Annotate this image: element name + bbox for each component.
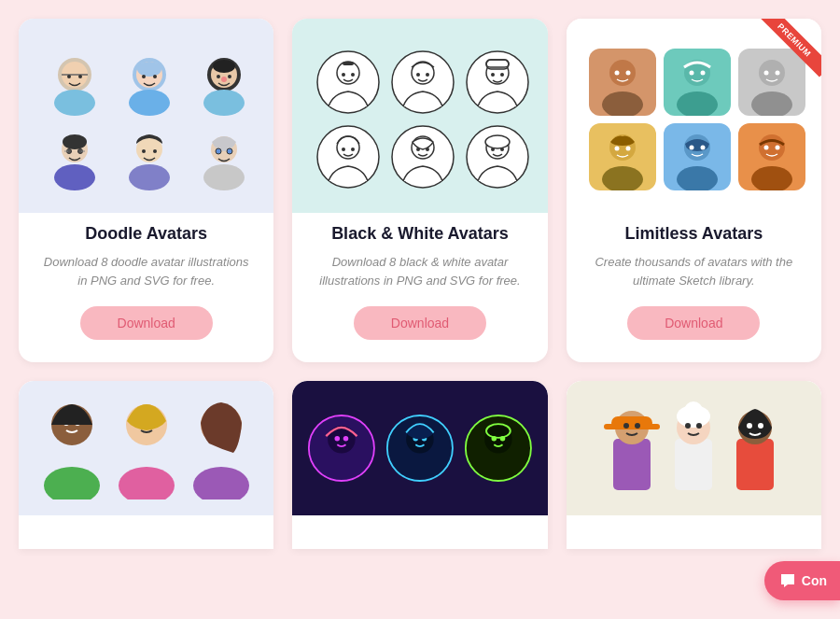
svg-point-17	[228, 75, 231, 78]
svg-point-113	[484, 426, 512, 454]
card-bottom-2-image	[292, 381, 547, 515]
svg-point-97	[119, 467, 175, 499]
bw-avatar-3	[464, 49, 531, 116]
svg-point-37	[342, 73, 345, 77]
svg-point-127	[685, 423, 691, 429]
svg-point-42	[426, 73, 429, 77]
card-doodle-download-button[interactable]: Download	[80, 306, 213, 340]
card-bw-download-button[interactable]: Download	[354, 306, 486, 340]
card-limitless-title: Limitless Avatars	[609, 224, 777, 244]
svg-point-61	[500, 148, 504, 151]
svg-point-46	[491, 73, 495, 77]
card-bottom-3	[567, 381, 821, 549]
svg-point-66	[625, 71, 630, 76]
svg-point-32	[216, 148, 221, 154]
svg-point-38	[351, 73, 355, 77]
svg-rect-117	[613, 439, 651, 490]
svg-point-19	[54, 164, 95, 190]
doodle-avatar-6	[190, 123, 258, 190]
card-bottom-1	[19, 381, 273, 549]
svg-point-60	[491, 148, 495, 151]
card-doodle-title: Doodle Avatars	[70, 224, 222, 244]
card-bw-desc: Download 8 black & white avatar illustra…	[292, 253, 547, 289]
bw-avatar-2	[389, 49, 456, 116]
chat-button[interactable]: Con	[764, 561, 840, 600]
card-limitless-desc: Create thousands of avatars with the ult…	[567, 253, 821, 289]
svg-point-10	[142, 75, 146, 78]
svg-point-55	[416, 148, 420, 151]
svg-point-90	[763, 146, 768, 150]
svg-point-51	[342, 148, 345, 151]
svg-point-101	[193, 467, 249, 499]
card-bottom-1-image	[19, 381, 273, 515]
svg-rect-120	[604, 424, 660, 429]
svg-point-121	[623, 423, 629, 429]
svg-point-5	[78, 75, 82, 78]
chat-icon	[779, 572, 796, 589]
bw-avatar-6	[464, 123, 531, 190]
bw-avatar-5	[389, 123, 456, 190]
svg-point-131	[747, 423, 752, 429]
doodle-avatar-3	[190, 49, 258, 116]
svg-point-70	[689, 71, 693, 76]
svg-point-86	[700, 146, 705, 150]
svg-point-11	[153, 75, 157, 78]
card-bw: Black & White Avatars Download 8 black &…	[292, 19, 547, 362]
svg-rect-129	[736, 439, 774, 490]
svg-point-128	[696, 423, 702, 429]
svg-point-41	[416, 73, 420, 77]
card-bottom-2	[292, 381, 547, 549]
svg-point-132	[758, 423, 763, 429]
limitless-avatar-5	[664, 123, 731, 190]
premium-badge: PREMIUM	[754, 19, 821, 86]
svg-point-85	[689, 146, 693, 150]
card-limitless: PREMIUM	[567, 19, 821, 362]
premium-badge-text: PREMIUM	[757, 19, 821, 77]
card-grid: Doodle Avatars Download 8 doodle avatar …	[19, 19, 821, 549]
svg-point-122	[635, 423, 640, 429]
card-doodle-image-area	[19, 19, 273, 213]
svg-point-1	[54, 90, 95, 116]
limitless-avatar-4	[589, 123, 656, 190]
svg-point-80	[614, 147, 619, 151]
svg-point-7	[129, 90, 170, 116]
svg-point-29	[153, 149, 157, 153]
limitless-avatar-2	[664, 49, 731, 116]
svg-point-21	[63, 134, 87, 149]
svg-point-30	[203, 164, 245, 190]
svg-point-106	[335, 436, 341, 442]
card-bw-title: Black & White Avatars	[316, 224, 524, 244]
limitless-avatar-6	[738, 123, 805, 190]
svg-point-28	[142, 149, 146, 153]
doodle-avatar-1	[41, 49, 108, 116]
svg-point-65	[614, 71, 619, 76]
svg-point-91	[775, 146, 779, 150]
svg-point-71	[700, 71, 705, 76]
svg-point-26	[129, 164, 170, 190]
svg-point-81	[625, 147, 630, 151]
doodle-avatar-5	[116, 123, 183, 190]
svg-point-16	[217, 75, 220, 78]
svg-point-52	[351, 148, 355, 151]
bw-avatar-grid	[307, 41, 532, 198]
doodle-avatar-grid	[34, 41, 259, 198]
card-doodle: Doodle Avatars Download 8 doodle avatar …	[19, 19, 273, 362]
svg-point-47	[500, 73, 504, 77]
bw-avatar-1	[315, 49, 382, 116]
svg-point-13	[203, 90, 245, 116]
card-bw-image-area	[292, 19, 547, 213]
svg-point-4	[67, 75, 71, 78]
svg-rect-123	[675, 439, 712, 490]
svg-point-18	[221, 77, 227, 82]
svg-point-126	[684, 401, 703, 420]
svg-point-63	[609, 60, 636, 86]
bw-avatar-4	[315, 123, 382, 190]
svg-point-88	[759, 134, 785, 161]
card-bottom-3-image	[567, 381, 821, 515]
svg-rect-36	[343, 62, 354, 65]
chat-button-label: Con	[802, 573, 827, 588]
doodle-avatar-4	[41, 123, 108, 190]
card-limitless-download-button[interactable]: Download	[627, 306, 760, 340]
svg-point-56	[426, 148, 429, 151]
svg-point-93	[44, 467, 100, 499]
